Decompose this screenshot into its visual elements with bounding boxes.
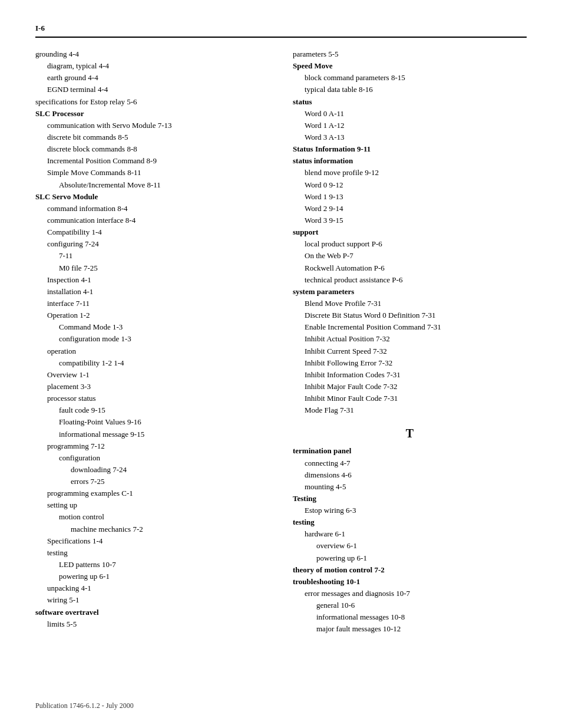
index-entry: grounding 4-4: [35, 48, 269, 60]
index-entry: general 10-6: [293, 599, 527, 611]
index-entry: Word 0 A-11: [293, 108, 527, 120]
index-entry: command information 8-4: [35, 203, 269, 215]
index-entry: dimensions 4-6: [293, 469, 527, 481]
index-entry: Word 1 A-12: [293, 120, 527, 131]
index-entry: error messages and diagnosis 10-7: [293, 588, 527, 599]
index-entry: processor status: [35, 393, 269, 404]
index-entry: Mode Flag 7-31: [293, 404, 527, 416]
index-entry: errors 7-25: [35, 476, 269, 487]
index-entry: earth ground 4-4: [35, 72, 269, 84]
index-entry: blend move profile 9-12: [293, 167, 527, 179]
index-entry: Command Mode 1-3: [35, 321, 269, 333]
index-entry: status: [293, 96, 527, 108]
index-entry: Absolute/Incremental Move 8-11: [35, 179, 269, 191]
index-entry: LED patterns 10-7: [35, 559, 269, 571]
index-entry: limits 5-5: [35, 618, 269, 630]
index-entry: informational messages 10-8: [293, 611, 527, 623]
right-column: parameters 5-5Speed Moveblock command pa…: [293, 48, 527, 635]
index-entry: placement 3-3: [35, 381, 269, 393]
index-entry: setting up: [35, 499, 269, 511]
page: I-6 grounding 4-4diagram, typical 4-4ear…: [0, 0, 562, 728]
index-entry: parameters 5-5: [293, 48, 527, 60]
index-entry: wiring 5-1: [35, 594, 269, 606]
page-label: I-6: [35, 24, 45, 33]
index-entry: Rockwell Automation P-6: [293, 262, 527, 274]
index-entry: Discrete Bit Status Word 0 Definition 7-…: [293, 309, 527, 321]
index-entry: EGND terminal 4-4: [35, 84, 269, 95]
index-entry: communication interface 8-4: [35, 215, 269, 226]
index-entry: Inspection 4-1: [35, 274, 269, 286]
index-entry: connecting 4-7: [293, 457, 527, 469]
index-entry: configuration mode 1-3: [35, 333, 269, 345]
index-entry: Word 0 9-12: [293, 179, 527, 191]
index-entry: system parameters: [293, 286, 527, 298]
index-entry: major fault messages 10-12: [293, 623, 527, 635]
index-entry: support: [293, 226, 527, 238]
index-entry: testing: [293, 516, 527, 528]
index-entry: downloading 7-24: [35, 464, 269, 476]
index-entry: discrete bit commands 8-5: [35, 131, 269, 143]
index-entry: motion control: [35, 511, 269, 523]
index-entry: programming 7-12: [35, 440, 269, 452]
index-entry: Word 1 9-13: [293, 191, 527, 203]
index-entry: fault code 9-15: [35, 404, 269, 416]
index-entry: overview 6-1: [293, 540, 527, 552]
index-entry: SLC Servo Module: [35, 191, 269, 203]
index-entry: block command parameters 8-15: [293, 72, 527, 84]
index-entry: Word 3 A-13: [293, 131, 527, 143]
index-entry: programming examples C-1: [35, 487, 269, 499]
index-entry: hardware 6-1: [293, 528, 527, 540]
index-entry: interface 7-11: [35, 298, 269, 309]
index-entry: Simple Move Commands 8-11: [35, 167, 269, 179]
index-entry: Overview 1-1: [35, 369, 269, 381]
index-entry: Word 2 9-14: [293, 203, 527, 215]
index-entry: Inhibit Following Error 7-32: [293, 357, 527, 369]
index-entry: operation: [35, 345, 269, 357]
index-entry: powering up 6-1: [293, 552, 527, 564]
section-t: Ttermination panelconnecting 4-7dimensio…: [293, 427, 527, 635]
index-entry: configuring 7-24: [35, 238, 269, 250]
index-entry: troubleshooting 10-1: [293, 576, 527, 588]
index-entry: termination panel: [293, 445, 527, 457]
index-entry: powering up 6-1: [35, 571, 269, 582]
index-entry: software overtravel: [35, 607, 269, 618]
index-entry: informational message 9-15: [35, 429, 269, 440]
index-entry: specifications for Estop relay 5-6: [35, 96, 269, 108]
section-letter-t: T: [293, 427, 527, 440]
index-entry: status information: [293, 155, 527, 167]
index-entry: unpacking 4-1: [35, 582, 269, 594]
index-entry: Speed Move: [293, 60, 527, 72]
index-entry: Estop wiring 6-3: [293, 505, 527, 516]
index-entry: testing: [35, 547, 269, 559]
index-entry: mounting 4-5: [293, 481, 527, 493]
index-entry: On the Web P-7: [293, 250, 527, 262]
index-entry: M0 file 7-25: [35, 262, 269, 274]
index-entry: 7-11: [35, 250, 269, 262]
index-entry: Word 3 9-15: [293, 215, 527, 226]
index-entry: compatibility 1-2 1-4: [35, 357, 269, 369]
top-bar: I-6: [35, 24, 527, 38]
index-entry: machine mechanics 7-2: [35, 523, 269, 535]
index-entry: typical data table 8-16: [293, 84, 527, 95]
index-entry: Enable Incremental Position Command 7-31: [293, 321, 527, 333]
index-entry: Operation 1-2: [35, 309, 269, 321]
index-entry: Inhibit Major Fault Code 7-32: [293, 381, 527, 393]
index-entry: Status Information 9-11: [293, 143, 527, 155]
index-entry: Inhibit Minor Fault Code 7-31: [293, 393, 527, 404]
left-column: grounding 4-4diagram, typical 4-4earth g…: [35, 48, 269, 635]
index-entry: Testing: [293, 493, 527, 505]
index-entry: Inhibit Current Speed 7-32: [293, 345, 527, 357]
index-entry: technical product assistance P-6: [293, 274, 527, 286]
index-entry: Specifications 1-4: [35, 535, 269, 547]
index-entry: SLC Processor: [35, 108, 269, 120]
index-entry: Blend Move Profile 7-31: [293, 298, 527, 309]
footer: Publication 1746-6.1.2 - July 2000: [35, 701, 134, 710]
index-entry: discrete block commands 8-8: [35, 143, 269, 155]
index-entry: local product support P-6: [293, 238, 527, 250]
index-entry: Inhibit Information Codes 7-31: [293, 369, 527, 381]
index-entry: configuration: [35, 452, 269, 464]
index-entry: installation 4-1: [35, 286, 269, 298]
index-entry: Compatibility 1-4: [35, 226, 269, 238]
content-columns: grounding 4-4diagram, typical 4-4earth g…: [35, 48, 527, 635]
index-entry: Floating-Point Values 9-16: [35, 416, 269, 428]
